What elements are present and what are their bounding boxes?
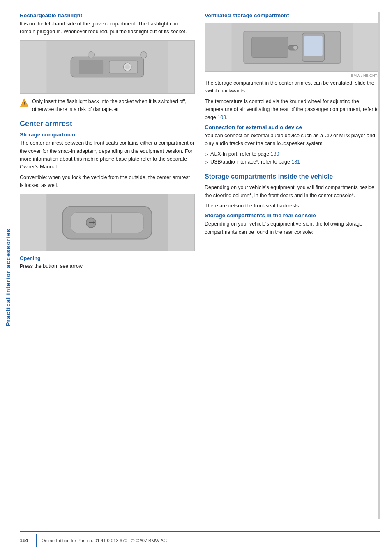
- ventilated-body1: The storage compartment in the center ar…: [205, 79, 380, 95]
- storage-inside-body2: There are netson the front-seat backrest…: [205, 202, 380, 210]
- storage-compartment-body1: The center armrest between the front sea…: [20, 139, 195, 171]
- storage-compartment-section: Storage compartment The center armrest b…: [20, 131, 195, 189]
- storage-compartment-title: Storage compartment: [20, 131, 195, 138]
- svg-rect-2: [79, 60, 103, 74]
- page-ref-181[interactable]: 181: [291, 159, 300, 165]
- img-caption: BMW / HEIGHTS: [205, 74, 380, 78]
- footer-divider: [36, 534, 37, 547]
- right-col-border: [378, 12, 380, 519]
- sidebar-label: Practical interior accessories: [5, 228, 12, 326]
- storage-rear-body: Depending on your vehicle's equipment ve…: [205, 220, 380, 236]
- rechargeable-flashlight-title: Rechargeable flashlight: [20, 12, 195, 18]
- svg-rect-21: [304, 36, 323, 56]
- armrest-image: [20, 194, 195, 251]
- ventilated-image: [205, 23, 380, 72]
- storage-compartment-body2: Convertible: when you lock the vehicle f…: [20, 174, 195, 190]
- sidebar: Practical interior accessories: [0, 0, 16, 555]
- svg-rect-12: [71, 212, 143, 233]
- storage-rear-section: Storage compartments in the rear console…: [205, 212, 380, 236]
- center-armrest-heading: Center armrest: [20, 120, 195, 128]
- warning-box: ! Only insert the flashlight back into t…: [20, 98, 195, 113]
- right-column: Ventilated storage compartment: [205, 12, 380, 519]
- bullet-usb: USB/audio interface*, refer to page 181: [205, 158, 380, 166]
- rechargeable-flashlight-section: Rechargeable flashlight It is on the lef…: [20, 12, 195, 113]
- svg-point-23: [293, 46, 297, 50]
- storage-inside-heading: Storage compartments inside the vehicle: [205, 173, 380, 181]
- svg-text:!: !: [23, 101, 25, 106]
- bullet-aux: AUX-In port, refer to page 180: [205, 150, 380, 158]
- connection-section: Connection for external audio device You…: [205, 124, 380, 166]
- main-content: Rechargeable flashlight It is on the lef…: [16, 0, 392, 555]
- page-ref-180[interactable]: 180: [271, 151, 279, 157]
- warning-text: Only insert the flashlight back into the…: [32, 98, 195, 113]
- footer-text: Online Edition for Part no. 01 41 0 013 …: [42, 538, 167, 543]
- storage-inside-body1: Depending on your vehicle's equipment, y…: [205, 184, 380, 200]
- svg-point-7: [141, 51, 147, 58]
- ventilated-section: Ventilated storage compartment: [205, 12, 380, 122]
- flashlight-image: [20, 40, 195, 94]
- svg-point-6: [88, 51, 95, 58]
- storage-rear-title: Storage compartments in the rear console: [205, 212, 380, 219]
- svg-rect-19: [252, 37, 288, 57]
- rechargeable-flashlight-body: It is on the left-hand side of the glove…: [20, 20, 195, 36]
- ventilated-title: Ventilated storage compartment: [205, 12, 380, 18]
- connection-bullets: AUX-In port, refer to page 180 USB/audio…: [205, 150, 380, 166]
- ventilated-body2: The temperature is controlled via the kn…: [205, 98, 380, 122]
- opening-body: Press the button, see arrow.: [20, 263, 195, 270]
- page-footer: 114 Online Edition for Part no. 01 41 0 …: [20, 531, 380, 547]
- storage-inside-section: Storage compartments inside the vehicle …: [205, 173, 380, 210]
- page-ref-108[interactable]: 108: [217, 115, 226, 120]
- opening-title: Opening: [20, 256, 195, 261]
- warning-icon: !: [20, 98, 29, 107]
- connection-body: You can connect an external audio device…: [205, 132, 380, 148]
- svg-point-5: [125, 64, 130, 69]
- page-number: 114: [20, 538, 32, 543]
- left-column: Rechargeable flashlight It is on the lef…: [20, 12, 195, 519]
- opening-section: Opening Press the button, see arrow.: [20, 256, 195, 270]
- connection-title: Connection for external audio device: [205, 124, 380, 130]
